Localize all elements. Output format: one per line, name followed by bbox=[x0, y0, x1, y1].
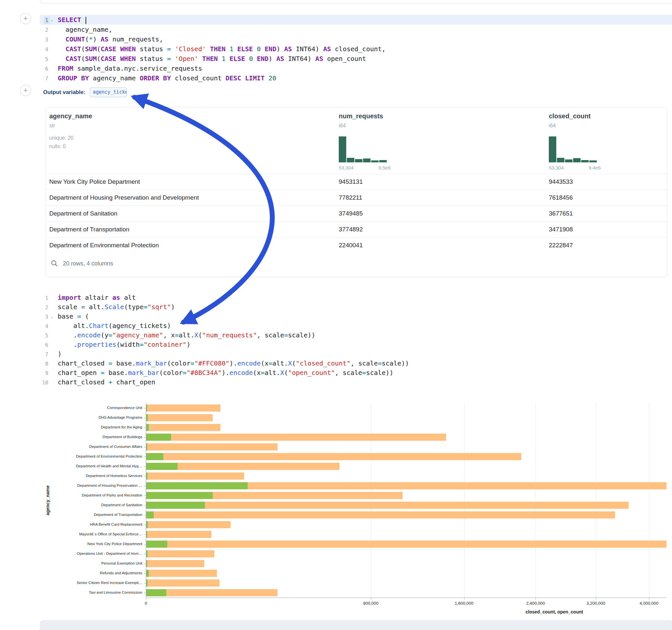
previous-cell-border bbox=[40, 0, 672, 4]
code-line: 1⌄SELECT bbox=[40, 15, 672, 25]
fold-chevron-icon[interactable]: ⌄ bbox=[51, 15, 53, 25]
table-row[interactable]: New York City Police Department945313194… bbox=[46, 174, 667, 190]
x-tick-label: 1,600,000 bbox=[445, 601, 484, 606]
table-cell: Department of Sanitation bbox=[49, 206, 117, 221]
line-number: 4 bbox=[40, 44, 50, 54]
histogram-bar bbox=[371, 161, 379, 162]
add-cell-button[interactable]: + bbox=[20, 13, 31, 24]
y-tick-label: Correspondence Unit bbox=[40, 406, 142, 410]
y-tick-label: Department of Parks and Recreation bbox=[40, 493, 142, 497]
code-line: 9chart_open = base.mark_bar(color="#8BC3… bbox=[40, 368, 672, 378]
y-tick-label: Department of Consumer Affairs bbox=[40, 445, 142, 449]
text-cursor bbox=[86, 17, 86, 24]
table-row[interactable]: Department of Sanitation37494853677651 bbox=[46, 205, 667, 222]
column-type: i64 bbox=[339, 123, 345, 129]
column-meta: unique: 20 bbox=[49, 135, 74, 141]
x-tick-label: 2,400,000 bbox=[516, 601, 555, 606]
histogram-bar bbox=[557, 158, 565, 162]
code-text: FROM sample_data.nyc.service_requests bbox=[58, 65, 202, 72]
line-number: 2 bbox=[40, 25, 50, 34]
bar-closed-count bbox=[146, 570, 217, 577]
bar-closed-count bbox=[146, 511, 615, 518]
bar-closed-count bbox=[146, 540, 667, 548]
y-tick-label: Department of Sanitation bbox=[40, 503, 142, 507]
table-cell: Department of Transportation bbox=[49, 222, 129, 237]
code-line: 8chart_closed = base.mark_bar(color="#FF… bbox=[40, 359, 672, 368]
sql-cell-editor[interactable]: 1⌄SELECT 2 agency_name,3 COUNT(*) AS num… bbox=[40, 15, 672, 83]
line-number: 2 bbox=[40, 302, 50, 312]
add-cell-button[interactable]: + bbox=[20, 85, 31, 96]
results-table: 20 rows, 4 columns agency_namestrunique:… bbox=[46, 107, 667, 277]
line-number: 6 bbox=[40, 340, 50, 349]
line-number: 7 bbox=[40, 349, 50, 359]
bar-closed-count bbox=[146, 550, 214, 557]
y-tick-label: Senior Citizen Rent Increase Exempti… bbox=[40, 581, 142, 585]
column-histogram bbox=[339, 137, 391, 162]
x-axis-line bbox=[146, 598, 667, 598]
y-tick-label: DHS Advantage Programs bbox=[40, 415, 142, 419]
line-number: 1 bbox=[40, 15, 50, 25]
code-line: 5 .encode(y="agency_name", x=alt.X("num_… bbox=[40, 331, 672, 340]
python-cell-editor[interactable]: 1import altair as alt2scale = alt.Scale(… bbox=[40, 293, 672, 387]
code-line: 7) bbox=[40, 349, 672, 359]
code-line: 5 CAST(SUM(CASE WHEN status = 'Open' THE… bbox=[40, 54, 672, 64]
code-line: 2scale = alt.Scale(type="sqrt") bbox=[40, 302, 672, 312]
column-header: closed_count bbox=[549, 113, 591, 120]
histogram-bar bbox=[573, 158, 581, 162]
y-tick-label: Department of Environmental Protection bbox=[40, 454, 142, 458]
table-cell: 3677651 bbox=[549, 206, 573, 221]
bar-closed-count bbox=[146, 434, 446, 441]
output-variable-pill[interactable]: agency_tickets bbox=[90, 88, 127, 97]
code-text: SELECT bbox=[58, 16, 86, 24]
y-tick-label: Mayorâ€ s Office of Special Enforce… bbox=[40, 532, 142, 536]
y-tick-label: New York City Police Department bbox=[40, 542, 142, 546]
chart-gridline bbox=[535, 403, 536, 598]
x-tick-label: 4,000,000 bbox=[629, 601, 667, 606]
bar-open-count bbox=[146, 570, 149, 577]
y-tick-label: Department of Homeless Services bbox=[40, 474, 142, 478]
notebook-page: + + 1⌄SELECT 2 agency_name,3 COUNT(*) AS… bbox=[0, 0, 672, 630]
histogram-range: 53,3049.5e6 bbox=[339, 165, 391, 170]
y-tick-label: HRA Benefit Card Replacement bbox=[40, 523, 142, 526]
line-number: 5 bbox=[40, 54, 50, 64]
code-text: CAST(SUM(CASE WHEN status = 'Closed' THE… bbox=[58, 45, 386, 53]
line-number: 8 bbox=[40, 359, 50, 368]
line-number: 1 bbox=[40, 293, 50, 302]
histogram-bar bbox=[549, 137, 556, 162]
chart-gridline bbox=[464, 403, 464, 598]
bar-closed-count bbox=[146, 414, 213, 421]
fold-chevron-icon[interactable]: ⌄ bbox=[51, 312, 53, 321]
table-row[interactable]: Department of Transportation377489234719… bbox=[46, 221, 667, 238]
bar-open-count bbox=[146, 482, 248, 489]
table-cell: 3774892 bbox=[339, 222, 363, 237]
line-number: 5 bbox=[40, 331, 50, 340]
column-header: num_requests bbox=[339, 113, 383, 120]
histogram-bar bbox=[355, 159, 362, 162]
code-text: .encode(y="agency_name", x=alt.X("num_re… bbox=[58, 331, 315, 339]
code-text: .properties(width="container") bbox=[58, 341, 190, 348]
y-tick-label: Personal Exemption Unit bbox=[40, 561, 142, 565]
histogram-bar bbox=[581, 160, 589, 162]
bar-closed-count bbox=[146, 472, 244, 480]
x-tick-label: 3,200,000 bbox=[576, 601, 615, 606]
y-tick-label: Refunds and Adjustments bbox=[40, 571, 142, 575]
code-line: 6FROM sample_data.nyc.service_requests bbox=[40, 64, 672, 73]
bar-open-count bbox=[146, 414, 148, 421]
search-icon[interactable] bbox=[51, 260, 58, 267]
y-tick-label: Department of Health and Mental Hyg… bbox=[40, 464, 142, 468]
table-row[interactable]: Department of Housing Preservation and D… bbox=[46, 190, 667, 206]
output-variable-label: Output variable: bbox=[43, 89, 85, 96]
chart-gridline bbox=[649, 403, 649, 598]
code-text: ) bbox=[58, 350, 62, 358]
code-line: 2 agency_name, bbox=[40, 25, 672, 34]
bar-open-count bbox=[146, 472, 147, 480]
bar-closed-count bbox=[146, 443, 278, 451]
table-row[interactable]: Department of Environmental Protection22… bbox=[46, 237, 667, 253]
bar-closed-count bbox=[146, 502, 628, 509]
y-tick-label: Operations Unit - Department of Hom… bbox=[40, 552, 142, 555]
bar-open-count bbox=[146, 502, 205, 509]
table-cell: 7618456 bbox=[549, 190, 573, 205]
bar-closed-count bbox=[146, 531, 211, 538]
code-text: agency_name, bbox=[58, 26, 113, 33]
code-text: chart_closed = base.mark_bar(color="#FFC… bbox=[58, 359, 409, 367]
